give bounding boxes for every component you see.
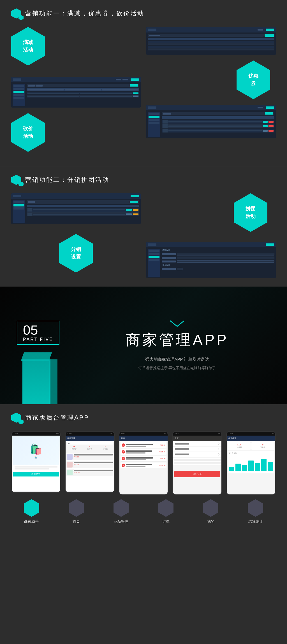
action-btn xyxy=(130,84,138,87)
stat-item: 0 待评价 xyxy=(87,445,92,450)
signal-4: ▪▪▪ xyxy=(218,433,220,434)
sidebar-item xyxy=(149,122,159,124)
action-btn xyxy=(130,201,138,203)
status-delete xyxy=(269,125,274,127)
table-cell xyxy=(27,93,79,94)
phone-screen-3: 1 ¥89.00 2 ¥125.00 3 xyxy=(119,441,168,494)
section-1-grid: 满减活动 xyxy=(11,27,276,157)
product-img xyxy=(163,120,168,124)
phone-nav-3: 订单 xyxy=(119,436,168,441)
signal-2: ▪▪▪ xyxy=(110,433,112,434)
section-2-right: 拼团活动 基础设置 xyxy=(146,193,276,278)
sidebar-item xyxy=(149,259,159,261)
filter xyxy=(28,201,35,203)
filter-item xyxy=(28,85,35,87)
time-3: 12:00 xyxy=(121,433,125,434)
sidebar-item xyxy=(13,201,24,203)
sidebar-item xyxy=(13,88,24,90)
app-label-text-1: 商家助手 xyxy=(24,519,39,524)
part-box: 05 PART FIVE xyxy=(17,321,59,345)
chevron-right-icon-2 xyxy=(217,448,219,450)
mock-btn-3 xyxy=(266,106,274,109)
product-name-1 xyxy=(74,454,113,455)
table-header xyxy=(27,205,139,207)
app-label-2: 首页 xyxy=(56,499,97,524)
phone-nav-5: 结算统计 xyxy=(227,436,275,441)
form-label xyxy=(162,261,176,262)
stat-label-2: 订单数 xyxy=(253,446,273,449)
phone-screen-5: 0.00 销售额 0 订单数 近7日销售 xyxy=(227,441,275,494)
phone-1-bottom: 商家助手 xyxy=(13,472,59,476)
form-label xyxy=(162,257,176,259)
stats-row: 0.00 销售额 0 订单数 xyxy=(228,442,274,450)
table-row xyxy=(148,41,274,43)
section-3-header: 商家版后台管理APP xyxy=(11,413,276,423)
settings-group-2 xyxy=(173,458,221,465)
status-active xyxy=(263,121,268,123)
app-label-text-6: 结算统计 xyxy=(248,519,263,524)
bar-7 xyxy=(268,462,273,471)
app-label-text-4: 订单 xyxy=(162,519,170,524)
status-delete xyxy=(269,130,274,132)
section-marketing-2: 营销功能二：分销拼团活动 xyxy=(0,166,287,287)
settings-item-5 xyxy=(174,462,221,464)
mock-nav-item xyxy=(258,29,263,31)
stat-value-2: 0 xyxy=(253,443,273,446)
form-label xyxy=(162,268,176,270)
app-labels-row: 商家助手 首页 商品管理 订单 我的 结算统计 xyxy=(11,499,276,524)
product-img-2 xyxy=(67,462,73,468)
phone-screen-4: 退出登录 xyxy=(173,441,221,494)
app-label-3: 商品管理 xyxy=(101,499,142,524)
phone-screen-1: 🛍️ 🏪 商家助手 xyxy=(12,436,60,492)
product-item-1: ¥88.00 xyxy=(66,454,113,460)
table-cell xyxy=(80,93,132,94)
chevron-decoration xyxy=(84,319,270,329)
product-img-3 xyxy=(67,470,73,475)
bar-chart xyxy=(229,456,273,471)
status-inactive xyxy=(126,213,132,215)
mock-nav xyxy=(116,79,128,80)
shop-label: 🏪 xyxy=(30,456,42,459)
sidebar-item-active xyxy=(13,204,24,206)
product-info-1: ¥88.00 xyxy=(74,454,113,460)
bar-4 xyxy=(248,461,254,471)
logout-btn[interactable]: 退出登录 xyxy=(174,471,220,477)
product-info-2: ¥76.00 xyxy=(74,462,113,468)
mock-btn-5 xyxy=(266,243,274,246)
product-img xyxy=(163,129,168,132)
hero-section: 05 PART FIVE 商家管理APP 强大的商家管理APP 订单及时送达 订… xyxy=(0,287,287,404)
mock-nav-2 xyxy=(258,29,263,31)
mock-logo xyxy=(13,78,21,81)
manju-label: 满减活动 xyxy=(11,27,45,66)
table-row xyxy=(148,43,274,45)
phone-status-bar-5: 12:00 ▪▪▪ xyxy=(227,432,275,436)
order-title-3 xyxy=(126,457,153,459)
phone-1-line xyxy=(15,466,57,468)
order-info-1 xyxy=(126,444,159,447)
order-sub-2 xyxy=(126,452,145,454)
order-item-3: 3 ¥45.00 xyxy=(121,456,167,462)
order-sub-3 xyxy=(126,459,146,460)
product-price-1: ¥88.00 xyxy=(74,456,113,458)
right-screenshot-2 xyxy=(146,105,276,138)
sidebar-item xyxy=(149,250,159,252)
order-price-3: ¥45.00 xyxy=(160,458,165,459)
table-row xyxy=(148,46,274,48)
settings-group-1 xyxy=(173,441,221,457)
phone-nav-title-3: 订单 xyxy=(121,437,125,440)
settings-label-1 xyxy=(175,443,189,445)
phone-illus-1: 🛍️ 🏪 xyxy=(13,437,59,465)
fxshezhi-label: 分销设置 xyxy=(59,234,93,273)
settings-item-4 xyxy=(174,459,221,461)
product-img xyxy=(27,213,32,216)
app-label-6: 结算统计 xyxy=(235,499,276,524)
stat-item: 0 待退款 xyxy=(103,445,108,450)
stat-item: 0 代发货 xyxy=(71,445,77,450)
app-hex-3 xyxy=(114,499,129,517)
form-section-title-2: 佣金设置 xyxy=(162,264,274,267)
stat-card-2: 0 订单数 xyxy=(251,442,274,450)
status-delete xyxy=(269,121,274,123)
order-info-3 xyxy=(126,457,159,460)
section-2-header: 营销功能二：分销拼团活动 xyxy=(11,175,276,185)
kanjia-label: 砍价活动 xyxy=(11,113,45,152)
